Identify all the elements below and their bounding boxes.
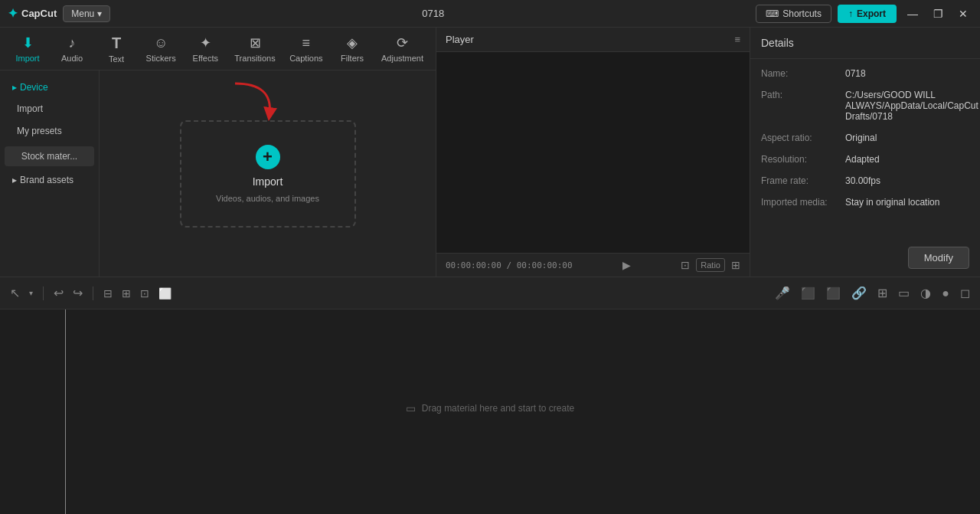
frame-rate-value: 30.00fps — [845, 175, 969, 186]
import-icon: ⬇ — [22, 34, 34, 51]
titlebar-left: ✦ CapCut Menu ▾ — [8, 5, 110, 22]
window-controls: — ❐ ✕ — [903, 6, 972, 21]
player-header: Player ≡ — [436, 28, 750, 52]
name-value: 0718 — [845, 68, 969, 79]
toolbar-adjustment-label: Adjustment — [381, 54, 423, 63]
modify-button[interactable]: Modify — [908, 247, 969, 269]
color-button[interactable]: ◑ — [918, 283, 933, 303]
undo-button[interactable]: ↩ — [51, 283, 66, 303]
link-button[interactable]: 🔗 — [849, 283, 869, 303]
menu-chevron-icon: ▾ — [97, 8, 102, 19]
timeline-right-tools: 🎤 ⬛ ⬛ 🔗 ⊞ ▭ ◑ ● ◻ — [773, 283, 972, 303]
microphone-button[interactable]: 🎤 — [773, 283, 792, 303]
project-title: 0718 — [422, 8, 444, 19]
close-button[interactable]: ✕ — [954, 6, 972, 21]
sidebar-item-my-presets[interactable]: My presets — [5, 120, 94, 142]
aspect-ratio-value: Original — [845, 133, 969, 143]
import-drop-area: + Import Videos, audios, and images — [100, 70, 436, 277]
resolution-value: Adapted — [845, 154, 969, 165]
transitions-icon: ⊠ — [250, 34, 261, 51]
aspect-ratio-label: Aspect ratio: — [761, 133, 845, 143]
export-label: Export — [857, 8, 886, 19]
toolbar-adjustment[interactable]: ⟳ Adjustment — [375, 30, 430, 67]
detail-frame-rate-row: Frame rate: 30.00fps — [761, 175, 969, 186]
ratio-button[interactable]: Ratio — [696, 258, 725, 272]
shortcuts-button[interactable]: ⌨ Shortcuts — [756, 5, 831, 23]
path-label: Path: — [761, 90, 845, 122]
content-area: ▸ Device Import My presets Stock mater..… — [0, 70, 436, 277]
filters-icon: ◈ — [347, 34, 358, 51]
toolbar-text[interactable]: T Text — [95, 30, 138, 68]
expand-button[interactable]: ⊞ — [731, 259, 740, 271]
name-label: Name: — [761, 68, 845, 79]
crop-button[interactable]: ⊡ — [138, 285, 152, 302]
delete-button[interactable]: ⬜ — [156, 285, 174, 302]
sidebar-item-import[interactable]: Import — [5, 98, 94, 119]
sidebar-item-stock-material[interactable]: Stock mater... — [5, 146, 94, 166]
toolbar-import[interactable]: ⬇ Import — [6, 30, 49, 67]
toolbar-audio-label: Audio — [61, 54, 83, 63]
detail-name-row: Name: 0718 — [761, 68, 969, 79]
app-name: CapCut — [21, 8, 57, 19]
audio-clip-button[interactable]: ⬛ — [824, 284, 843, 303]
toolbar-text-label: Text — [109, 54, 124, 64]
path-value: C:/Users/GOOD WILL ALWAYS/AppData/Local/… — [845, 90, 978, 122]
play-button[interactable]: ▶ — [622, 259, 631, 271]
brand-assets-label: Brand assets — [20, 175, 74, 185]
toolbar-audio[interactable]: ♪ Audio — [51, 31, 93, 67]
detail-aspect-ratio-row: Aspect ratio: Original — [761, 133, 969, 143]
import-box[interactable]: + Import Videos, audios, and images — [180, 120, 356, 228]
toolbar-effects-label: Effects — [193, 54, 218, 63]
time-separator: / — [506, 260, 516, 270]
toolbar-filters[interactable]: ◈ Filters — [331, 30, 374, 67]
maximize-button[interactable]: ❐ — [929, 6, 948, 21]
sidebar-item-brand-assets[interactable]: ▸ Brand assets — [5, 171, 94, 189]
fullscreen-button[interactable]: ⊡ — [681, 259, 690, 271]
app-logo: ✦ CapCut — [8, 6, 57, 21]
redo-button[interactable]: ↪ — [70, 283, 85, 303]
toolbar-transitions[interactable]: ⊠ Transitions — [228, 30, 281, 67]
details-title: Details — [761, 37, 794, 49]
player-canvas — [436, 52, 750, 253]
toolbar-stickers[interactable]: ☺ Stickers — [139, 31, 182, 67]
cursor-dropdown-button[interactable]: ▾ — [27, 286, 35, 300]
drag-hint: ▭ Drag material here and start to create — [406, 402, 574, 414]
imported-media-label: Imported media: — [761, 197, 845, 208]
captions-icon: ≡ — [302, 35, 311, 51]
toolbar-captions[interactable]: ≡ Captions — [283, 31, 329, 67]
caption-track-button[interactable]: ▭ — [896, 283, 912, 303]
plus-icon: + — [263, 147, 273, 167]
split-horizontal-button[interactable]: ⊞ — [119, 285, 133, 302]
drag-hint-icon: ▭ — [406, 402, 416, 414]
menu-button[interactable]: Menu ▾ — [63, 5, 110, 22]
title-bar: ✦ CapCut Menu ▾ 0718 ⌨ Shortcuts ↑ Expor… — [0, 0, 980, 28]
details-header: Details — [750, 28, 980, 59]
frame-rate-label: Frame rate: — [761, 175, 845, 186]
time-total: 00:00:00:00 — [517, 260, 573, 270]
main-area: ⬇ Import ♪ Audio T Text ☺ Stickers ✦ Eff… — [0, 28, 980, 277]
player-menu-icon[interactable]: ≡ — [734, 34, 740, 45]
stock-material-label: Stock mater... — [21, 151, 77, 162]
timeline-left-tools: ↖ ▾ ↩ ↪ ⊟ ⊞ ⊡ ⬜ — [8, 283, 174, 303]
toolbar-effects[interactable]: ✦ Effects — [184, 30, 227, 67]
fill-button[interactable]: ● — [939, 284, 952, 303]
timeline-divider-1 — [43, 286, 44, 300]
timeline-playhead — [65, 309, 66, 514]
detail-resolution-row: Resolution: Adapted — [761, 154, 969, 165]
video-clip-button[interactable]: ⬛ — [799, 284, 818, 303]
import-circle-button[interactable]: + — [256, 145, 280, 169]
cursor-tool-button[interactable]: ↖ — [8, 283, 22, 303]
minimize-button[interactable]: — — [903, 6, 923, 21]
detail-path-row: Path: C:/Users/GOOD WILL ALWAYS/AppData/… — [761, 90, 969, 122]
split-vertical-button[interactable]: ⊟ — [101, 285, 115, 302]
sidebar-item-device[interactable]: ▸ Device — [5, 78, 94, 97]
zoom-fit-button[interactable]: ◻ — [958, 283, 972, 303]
export-button[interactable]: ↑ Export — [838, 5, 897, 23]
import-sub-label: Videos, audios, and images — [216, 194, 319, 203]
align-button[interactable]: ⊞ — [875, 283, 890, 303]
imported-media-value: Stay in original location — [845, 197, 969, 208]
timeline: ↖ ▾ ↩ ↪ ⊟ ⊞ ⊡ ⬜ 🎤 ⬛ ⬛ 🔗 ⊞ ▭ ◑ ● ◻ ▭ Drag… — [0, 277, 980, 514]
export-icon: ↑ — [848, 8, 853, 19]
toolbar-captions-label: Captions — [289, 54, 322, 63]
resolution-label: Resolution: — [761, 154, 845, 165]
